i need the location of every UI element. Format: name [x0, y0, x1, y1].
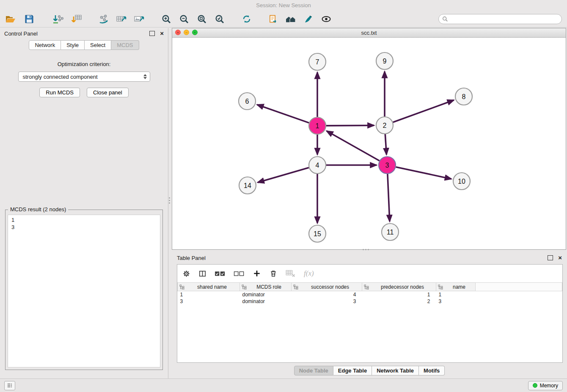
window-close-icon[interactable]: ×: [175, 30, 181, 35]
node-1[interactable]: 1: [309, 117, 326, 134]
edge-3-1[interactable]: [327, 131, 380, 160]
node-15[interactable]: 15: [309, 225, 326, 242]
network-canvas[interactable]: 7968124314101511: [172, 37, 566, 249]
result-line: 1: [11, 216, 157, 224]
close-panel-button[interactable]: Close panel: [87, 88, 129, 97]
deselect-all-button[interactable]: [234, 270, 245, 277]
function-builder-button[interactable]: f(x): [304, 269, 314, 278]
window-minimize-icon[interactable]: −: [184, 30, 189, 35]
column-header-predecessor-nodes[interactable]: predecessor nodes: [362, 283, 436, 291]
node-3[interactable]: 3: [379, 157, 396, 174]
cell-name[interactable]: 1: [436, 291, 476, 298]
export-image-button[interactable]: [132, 12, 146, 26]
search-field[interactable]: [438, 14, 562, 24]
network-graph[interactable]: 7968124314101511: [172, 37, 566, 249]
cell-successor-nodes[interactable]: 3: [292, 298, 362, 305]
column-header-shared-name[interactable]: shared name: [178, 283, 240, 291]
tab-select[interactable]: Select: [85, 40, 111, 50]
node-6[interactable]: 6: [239, 93, 256, 110]
zoom-out-button[interactable]: [177, 12, 191, 26]
float-panel-icon[interactable]: [149, 31, 155, 36]
tree-icon: [293, 284, 298, 290]
table-row[interactable]: 3dominator323: [178, 298, 562, 305]
node-10[interactable]: 10: [453, 173, 470, 190]
search-input[interactable]: [451, 16, 558, 23]
node-9[interactable]: 9: [376, 52, 393, 69]
zoom-selected-button[interactable]: [212, 12, 227, 26]
zoom-in-button[interactable]: [159, 12, 173, 26]
edge-2-3[interactable]: [385, 134, 386, 155]
panel-resize-handle[interactable]: [169, 197, 170, 199]
close-table-panel-icon[interactable]: ×: [558, 255, 562, 261]
cell-mcds-role[interactable]: dominator: [240, 298, 292, 305]
first-neighbors-button[interactable]: [284, 12, 298, 26]
tab-edge-table[interactable]: Edge Table: [333, 366, 372, 375]
edge-3-11[interactable]: [388, 174, 390, 221]
delete-column-button[interactable]: [269, 269, 278, 278]
svg-text:4: 4: [316, 162, 319, 169]
node-11[interactable]: 11: [382, 224, 399, 240]
edge-1-2[interactable]: [326, 125, 374, 126]
tab-network[interactable]: Network: [29, 40, 61, 50]
edge-1-6[interactable]: [257, 105, 309, 123]
cell-predecessor-nodes[interactable]: 1: [362, 291, 436, 298]
zoom-fit-button[interactable]: [195, 12, 209, 26]
node-4[interactable]: 4: [309, 157, 326, 174]
brush-icon: [303, 14, 314, 24]
edge-2-8[interactable]: [393, 100, 454, 122]
open-session-button[interactable]: [3, 12, 18, 26]
save-session-button[interactable]: [22, 12, 36, 26]
edge-3-10[interactable]: [396, 167, 451, 179]
cell-predecessor-nodes[interactable]: 2: [362, 298, 436, 305]
select-all-button[interactable]: [215, 270, 226, 277]
apply-layout-button[interactable]: [239, 12, 254, 26]
titlebar: Session: New Session: [0, 0, 567, 11]
tab-node-table[interactable]: Node Table: [294, 366, 333, 375]
table-row[interactable]: 1dominator411: [178, 291, 562, 298]
window-zoom-icon[interactable]: +: [192, 30, 198, 35]
window-resize-handle[interactable]: [363, 249, 364, 250]
cell-shared-name[interactable]: 1: [178, 291, 240, 298]
tab-motifs[interactable]: Motifs: [419, 366, 445, 375]
show-details-button[interactable]: [319, 12, 333, 26]
edge-4-14[interactable]: [258, 168, 309, 182]
cell-mcds-role[interactable]: dominator: [240, 291, 292, 298]
table-settings-button[interactable]: [182, 270, 190, 278]
import-network-button[interactable]: [51, 12, 65, 26]
network-window-title: scc.txt: [361, 30, 377, 36]
column-header-mcds-role[interactable]: MCDS role: [240, 283, 292, 291]
criterion-select[interactable]: strongly connected component: [18, 72, 150, 82]
column-header-name[interactable]: name: [436, 283, 476, 291]
show-columns-button[interactable]: [198, 270, 206, 278]
create-column-button[interactable]: [253, 269, 261, 278]
column-header-successor-nodes[interactable]: successor nodes: [292, 283, 362, 291]
node-8[interactable]: 8: [455, 88, 472, 105]
node-7[interactable]: 7: [309, 53, 326, 70]
tab-network-table[interactable]: Network Table: [372, 366, 419, 375]
export-table-button[interactable]: [114, 12, 129, 26]
close-panel-icon[interactable]: ×: [160, 30, 164, 36]
table-tabs: Node TableEdge TableNetwork TableMotifs: [172, 366, 567, 375]
float-table-panel-icon[interactable]: [548, 255, 553, 260]
svg-text:6: 6: [245, 98, 249, 105]
run-mcds-button[interactable]: Run MCDS: [39, 88, 80, 97]
cell-successor-nodes[interactable]: 4: [292, 291, 362, 298]
save-floppy-icon: [24, 14, 34, 24]
style-brush-button[interactable]: [301, 12, 316, 26]
import-table-button[interactable]: [69, 12, 84, 26]
export-network-button[interactable]: [96, 12, 111, 26]
mcds-result-list[interactable]: 13: [8, 215, 160, 367]
node-14[interactable]: 14: [239, 177, 256, 194]
memory-button[interactable]: Memory: [528, 381, 563, 390]
node-2[interactable]: 2: [376, 117, 393, 134]
double-home-icon: [285, 14, 297, 24]
clone-network-button[interactable]: [266, 12, 280, 26]
cell-shared-name[interactable]: 3: [178, 298, 240, 305]
node-table: shared nameMCDS rolesuccessor nodesprede…: [177, 282, 562, 305]
cell-name[interactable]: 3: [436, 298, 476, 305]
delete-table-button[interactable]: [286, 270, 296, 277]
tab-style[interactable]: Style: [61, 40, 85, 50]
tab-mcds[interactable]: MCDS: [111, 40, 139, 50]
network-window-titlebar[interactable]: × − + scc.txt: [172, 28, 566, 38]
task-history-button[interactable]: [4, 381, 15, 390]
